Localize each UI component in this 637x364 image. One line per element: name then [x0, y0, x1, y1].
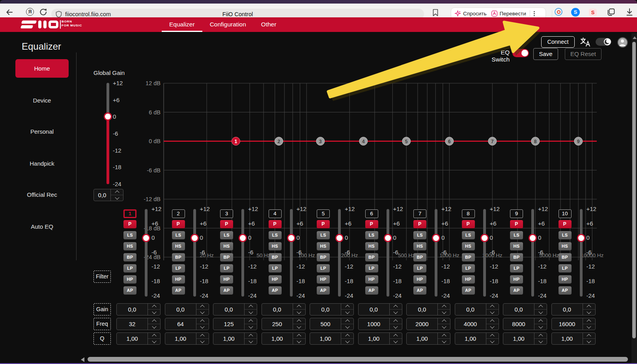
eq-point-3[interactable]: 3	[316, 137, 325, 146]
extension-target-icon[interactable]	[555, 8, 563, 17]
band-3-filter-p[interactable]: P	[220, 220, 233, 228]
band-5-gain-input[interactable]: 0,0	[310, 303, 354, 315]
decrement-button[interactable]	[486, 309, 499, 315]
band-3-number[interactable]: 3	[220, 209, 233, 218]
increment-button[interactable]	[438, 333, 450, 338]
band-4-filter-p[interactable]: P	[269, 220, 282, 228]
band-2-filter-lp[interactable]: LP	[172, 264, 185, 273]
increment-button[interactable]	[438, 318, 450, 324]
band-3-filter-lp[interactable]: LP	[220, 264, 233, 273]
decrement-button[interactable]	[341, 309, 353, 315]
band-10-gain-input[interactable]: 0,0	[551, 303, 596, 315]
increment-button[interactable]	[341, 304, 353, 309]
sidebar-item-home[interactable]: Home	[15, 59, 69, 78]
sidebar-item-device[interactable]: Device	[8, 97, 76, 104]
band-1-filter-hs[interactable]: HS	[123, 242, 136, 250]
save-button[interactable]: Save	[533, 48, 558, 60]
band-3-slider-knob[interactable]	[239, 234, 247, 242]
horizontal-scrollbar[interactable]	[88, 357, 628, 362]
band-9-filter-hp[interactable]: HP	[510, 275, 523, 284]
band-6-freq-input[interactable]: 1000	[358, 318, 402, 330]
band-8-filter-bp[interactable]: BP	[462, 253, 475, 261]
band-6-filter-hs[interactable]: HS	[365, 242, 378, 250]
decrement-button[interactable]	[148, 324, 160, 330]
increment-button[interactable]	[534, 318, 547, 324]
band-10-number[interactable]: 10	[559, 209, 572, 218]
band-2-filter-bp[interactable]: BP	[172, 253, 185, 261]
vscroll-up-arrow[interactable]	[633, 36, 637, 39]
increment-button[interactable]	[583, 304, 595, 309]
band-1-filter-p[interactable]: P	[123, 220, 136, 228]
band-8-filter-ls[interactable]: LS	[462, 231, 475, 239]
band-2-filter-ls[interactable]: LS	[172, 231, 185, 239]
tab-other[interactable]: Other	[254, 17, 284, 32]
band-7-q-input[interactable]: 1,00	[406, 332, 450, 345]
bookmark-icon[interactable]	[432, 9, 439, 17]
band-3-filter-ls[interactable]: LS	[220, 231, 233, 239]
band-5-slider-knob[interactable]	[335, 234, 344, 242]
band-1-freq-input[interactable]: 32	[116, 318, 161, 330]
decrement-button[interactable]	[293, 324, 305, 330]
hscroll-left-arrow[interactable]	[81, 357, 84, 362]
account-avatar[interactable]	[617, 37, 628, 48]
increment-button[interactable]	[245, 304, 257, 309]
band-5-filter-hs[interactable]: HS	[317, 242, 330, 250]
eq-point-1[interactable]: 1	[232, 137, 240, 146]
increment-button[interactable]	[293, 318, 305, 324]
band-2-filter-ap[interactable]: AP	[172, 286, 185, 295]
band-2-filter-hs[interactable]: HS	[172, 242, 185, 250]
band-6-filter-ls[interactable]: LS	[365, 231, 378, 239]
band-1-filter-ls[interactable]: LS	[123, 231, 136, 239]
decrement-button[interactable]	[341, 324, 353, 330]
band-7-filter-bp[interactable]: BP	[413, 253, 426, 261]
increment-button[interactable]	[196, 333, 209, 338]
decrement-button[interactable]	[196, 324, 209, 330]
band-5-freq-input[interactable]: 500	[310, 318, 354, 330]
band-10-slider-knob[interactable]	[577, 234, 585, 242]
decrement-button[interactable]	[583, 338, 595, 344]
language-icon[interactable]	[580, 37, 590, 47]
decrement-button[interactable]	[341, 338, 353, 344]
band-10-freq-input[interactable]: 16000	[551, 318, 596, 330]
band-2-number[interactable]: 2	[172, 209, 185, 218]
band-10-filter-hp[interactable]: HP	[559, 275, 572, 284]
band-6-filter-hp[interactable]: HP	[365, 275, 378, 284]
band-8-gain-slider[interactable]	[483, 209, 486, 297]
band-3-filter-hp[interactable]: HP	[220, 275, 233, 284]
band-7-filter-hs[interactable]: HS	[413, 242, 426, 250]
increment-button[interactable]	[196, 318, 209, 324]
band-4-filter-lp[interactable]: LP	[269, 264, 282, 273]
band-9-filter-lp[interactable]: LP	[510, 264, 523, 273]
increment-button[interactable]	[293, 333, 305, 338]
eq-switch-toggle[interactable]	[512, 49, 529, 57]
sidebar-item-auto-eq[interactable]: Auto EQ	[8, 223, 76, 230]
band-8-filter-p[interactable]: P	[462, 220, 475, 228]
download-icon[interactable]	[625, 8, 634, 17]
decrement-button[interactable]	[245, 338, 257, 344]
increment-button[interactable]	[486, 333, 499, 338]
increment-button[interactable]	[148, 318, 160, 324]
band-3-filter-ap[interactable]: AP	[220, 286, 233, 295]
increment-button[interactable]	[534, 304, 547, 309]
eq-point-5[interactable]: 5	[402, 137, 411, 146]
band-2-gain-slider[interactable]	[193, 209, 196, 297]
band-7-filter-hp[interactable]: HP	[413, 275, 426, 284]
band-4-q-input[interactable]: 1,00	[262, 332, 306, 345]
decrement-button[interactable]	[293, 309, 305, 315]
increment-button[interactable]	[486, 318, 499, 324]
band-9-filter-ls[interactable]: LS	[510, 231, 523, 239]
band-9-slider-knob[interactable]	[529, 234, 537, 242]
band-2-gain-input[interactable]: 0,0	[165, 303, 209, 315]
increment-button[interactable]	[196, 304, 209, 309]
increment-button[interactable]	[148, 304, 160, 309]
vertical-scrollbar[interactable]	[632, 42, 636, 338]
eq-point-9[interactable]: 9	[574, 137, 583, 146]
band-6-slider-knob[interactable]	[384, 234, 392, 242]
band-4-filter-ls[interactable]: LS	[269, 231, 282, 239]
decrement-button[interactable]	[583, 324, 595, 330]
band-5-filter-hp[interactable]: HP	[317, 275, 330, 284]
decrement-button[interactable]	[196, 309, 209, 315]
band-8-freq-input[interactable]: 4000	[455, 318, 499, 330]
increment-button[interactable]	[390, 318, 402, 324]
increment-button[interactable]	[390, 333, 402, 338]
